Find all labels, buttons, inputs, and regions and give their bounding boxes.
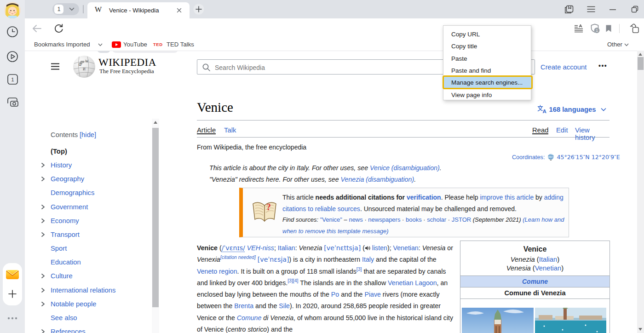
toc-item[interactable]: International relations (40, 287, 115, 297)
context-menu-item[interactable]: View page info (443, 89, 531, 101)
bookmark-ted-talks[interactable]: TED Talks (167, 41, 194, 48)
infobox-comune-full: Comune di Venezia (460, 287, 610, 299)
chevron-down-icon (601, 108, 606, 111)
tabs-panel-icon[interactable]: 1 (7, 74, 18, 85)
bookmark-youtube[interactable]: YouTube (123, 41, 147, 48)
svg-text:A: A (543, 109, 546, 114)
article-title: Venice (197, 100, 233, 115)
avatar[interactable] (4, 1, 21, 19)
toc-scrollbar-thumb[interactable] (152, 128, 159, 307)
bookmarks-bar: Bookmarks Imported YouTube TED TED Talks… (25, 39, 644, 51)
toc-item[interactable]: References (40, 328, 86, 333)
collections-icon[interactable] (628, 23, 640, 34)
add-service-icon[interactable] (8, 289, 17, 299)
toc-item[interactable]: Economy (40, 217, 79, 227)
reload-icon[interactable] (54, 23, 63, 33)
toc-item[interactable]: See also (40, 314, 77, 324)
reader-mode-icon[interactable] (574, 24, 583, 33)
history-icon[interactable] (6, 26, 18, 38)
user-menu-ellipsis[interactable]: ••• (598, 62, 607, 69)
search-input[interactable] (214, 60, 400, 75)
tab-group-button[interactable]: 1 (52, 3, 79, 15)
player-icon[interactable] (6, 51, 18, 63)
tab-view-history[interactable]: View history (575, 126, 610, 141)
chevron-down-icon (69, 7, 75, 11)
toc-hide-link[interactable]: [hide] (80, 131, 96, 138)
toc-scrollbar[interactable] (152, 119, 159, 333)
ted-logo: TED (153, 42, 163, 47)
toc-item[interactable]: Geography (40, 175, 84, 185)
toc-item[interactable]: Education (40, 258, 81, 269)
page-tabs-row: Article Talk Read Edit View history (197, 126, 610, 138)
tab-title: Venice - Wikipedia (109, 7, 159, 14)
create-account-link[interactable]: Create account (540, 63, 586, 71)
protect-shield-icon[interactable]: 1 (590, 23, 601, 34)
toolbar-divider (619, 24, 620, 33)
chevron-right-icon[interactable] (40, 162, 51, 169)
toc-item[interactable]: Sport (40, 245, 67, 255)
open-book-icon: ? (251, 201, 278, 225)
mail-icon[interactable] (6, 269, 19, 280)
page-scrollbar-thumb[interactable] (638, 57, 644, 70)
panels-icon[interactable] (564, 5, 574, 14)
restore-button[interactable] (631, 6, 638, 13)
screenshot-icon[interactable] (6, 96, 19, 108)
more-options-icon[interactable] (7, 316, 18, 320)
context-menu-item[interactable]: Paste (443, 53, 531, 65)
context-menu: Copy URLCopy titlePastePaste and findMan… (443, 25, 531, 100)
context-menu-item[interactable]: Manage search engines... (443, 75, 533, 89)
new-tab-button[interactable] (193, 4, 204, 15)
toc-item[interactable]: Government (40, 203, 88, 213)
infobox-title: Venice (460, 241, 610, 253)
infobox-comune-row[interactable]: Comune (460, 276, 610, 287)
languages-button[interactable]: A 168 languages (537, 105, 606, 114)
title-divider (197, 120, 610, 121)
chevron-right-icon[interactable] (40, 328, 51, 333)
scroll-down-arrow[interactable] (638, 328, 642, 331)
wiki-menu-icon[interactable] (51, 63, 60, 70)
banner-find-sources: Find sources: "Venice" – news · newspape… (282, 214, 569, 237)
tab-article[interactable]: Article (197, 126, 216, 134)
toc-item[interactable]: Transport (40, 231, 80, 241)
context-menu-item[interactable]: Copy URL (443, 29, 531, 40)
bookmarks-other-folder[interactable]: Other (607, 41, 622, 48)
coordinates[interactable]: Coordinates: 45°26′15″N 12°20′9″E (512, 154, 620, 161)
chevron-right-icon[interactable] (40, 176, 51, 183)
context-menu-item[interactable]: Paste and find (443, 65, 531, 77)
toc-item[interactable]: Culture (40, 272, 73, 282)
scroll-up-arrow[interactable] (638, 53, 642, 56)
infobox-photo-campanile[interactable] (462, 308, 534, 333)
tab-talk[interactable]: Talk (224, 126, 236, 134)
chevron-right-icon[interactable] (40, 218, 51, 225)
active-tab[interactable]: W Venice - Wikipedia (87, 2, 190, 18)
hatnote: This article is about the city in Italy.… (209, 162, 442, 174)
infobox-native-name: Venezia (Italian) (460, 253, 610, 263)
tab-close-icon[interactable] (177, 8, 182, 13)
wikipedia-logo-globe[interactable]: Ω W И (73, 55, 96, 78)
tab-favicon: W (95, 6, 102, 14)
chevron-right-icon[interactable] (40, 231, 51, 239)
tab-read[interactable]: Read (532, 126, 548, 134)
chevron-right-icon[interactable] (40, 301, 51, 308)
banner-text: This article needs additional citations … (282, 192, 569, 215)
chevron-right-icon[interactable] (40, 273, 51, 280)
infobox-photo-lagoon[interactable] (535, 308, 606, 333)
toc-item[interactable]: Notable people (40, 300, 97, 310)
bookmark-icon[interactable] (605, 24, 612, 33)
chevron-right-icon[interactable] (40, 287, 51, 294)
menu-icon[interactable] (587, 6, 595, 12)
tab-edit[interactable]: Edit (556, 126, 568, 134)
context-menu-item[interactable]: Copy title (443, 40, 531, 52)
page-scrollbar[interactable] (637, 51, 644, 333)
toc-item[interactable]: Demographics (40, 189, 94, 199)
minimize-button[interactable] (610, 9, 616, 10)
toc-item[interactable]: (Top) (40, 148, 67, 158)
toc-item[interactable]: History (40, 161, 72, 172)
article-subtitle: From Wikipedia, the free encyclopedia (197, 144, 306, 151)
scroll-up-arrow[interactable] (154, 121, 157, 124)
chevron-right-icon[interactable] (40, 204, 51, 211)
bookmarks-folder[interactable]: Bookmarks Imported (34, 41, 90, 48)
chevron-down-icon (624, 43, 629, 46)
wikipedia-wordmark[interactable]: WIKIPEDIA (98, 57, 156, 69)
back-icon[interactable] (31, 24, 42, 33)
